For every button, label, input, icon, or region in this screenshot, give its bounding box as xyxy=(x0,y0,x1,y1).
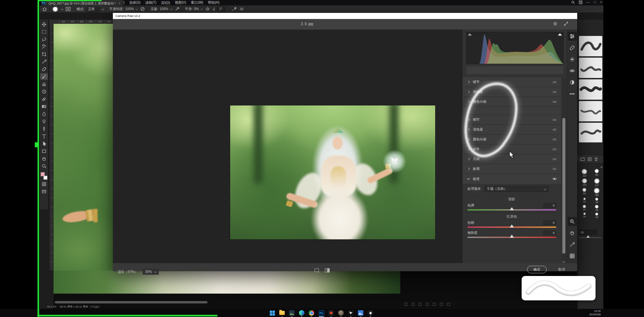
foreground-color-swatch[interactable] xyxy=(41,172,45,176)
clone-stamp-tool[interactable] xyxy=(40,81,48,87)
brush-preset[interactable]: 27 xyxy=(578,205,591,211)
preview-settings-icon[interactable] xyxy=(315,268,319,273)
brush-settings-toggle-icon[interactable] xyxy=(66,7,71,11)
red-eye-tool[interactable] xyxy=(568,66,577,75)
saturation-slider-thumb[interactable] xyxy=(510,235,514,238)
screen-mode-toggle[interactable] xyxy=(40,188,48,195)
smooth-value[interactable]: 0% xyxy=(194,7,199,11)
camera-raw-titlebar[interactable]: Camera Raw 14.2 xyxy=(113,13,577,19)
presets-tool[interactable] xyxy=(568,78,577,87)
edit-tool[interactable] xyxy=(568,32,577,41)
home-icon[interactable] xyxy=(42,7,47,11)
masking-tool[interactable] xyxy=(568,55,577,64)
section-color-grading[interactable]: 颜色分级 xyxy=(463,97,561,107)
section-color-grading[interactable]: 颜色分级 xyxy=(463,135,561,144)
color-swatches[interactable] xyxy=(41,172,47,180)
workspace-icon[interactable] xyxy=(579,1,582,4)
document-tab[interactable]: QHQ_0677.jpg @ 41% (混合画笔 1, 图层蒙版/8) * × xyxy=(46,0,123,7)
brush-stroke-preview[interactable] xyxy=(579,36,602,56)
edge-browser-icon[interactable] xyxy=(298,310,305,316)
brush-preset[interactable]: 183 xyxy=(591,188,603,196)
red-app-icon[interactable] xyxy=(328,310,335,316)
menu-help[interactable]: 帮助(H) xyxy=(208,0,219,5)
eye-icon[interactable] xyxy=(552,138,557,141)
eye-icon[interactable] xyxy=(552,118,557,121)
fit-zoom-label[interactable]: 适应（47%） xyxy=(118,270,138,274)
document-canvas-lower[interactable] xyxy=(54,271,400,294)
brush-stroke-preview[interactable] xyxy=(579,79,602,100)
eye-icon[interactable] xyxy=(552,128,557,131)
close-button[interactable]: × xyxy=(600,0,602,4)
brush-preset[interactable]: 14 xyxy=(578,213,591,218)
zoom-level-select[interactable]: 30% xyxy=(143,269,159,275)
zoom-tool-cr[interactable] xyxy=(568,217,577,226)
photoshop-taskbar-icon[interactable]: Ps xyxy=(318,310,325,316)
menu-filter[interactable]: 滤镜(T) xyxy=(145,0,157,5)
file-explorer-icon[interactable] xyxy=(279,310,285,316)
process-version-select[interactable]: 5 版（当前） xyxy=(484,186,549,192)
brush-preset[interactable]: 59 xyxy=(578,188,591,196)
document-canvas[interactable] xyxy=(54,24,114,271)
new-brush-icon[interactable] xyxy=(588,157,591,161)
delete-brush-icon[interactable] xyxy=(595,157,598,161)
brush-preset[interactable]: 24 xyxy=(591,213,603,218)
start-button[interactable] xyxy=(269,310,276,316)
hue-value[interactable]: 0 xyxy=(543,220,556,225)
taskbar-clock[interactable]: 22:29 2023/3/28 xyxy=(589,310,601,316)
highlight-clipping-icon[interactable] xyxy=(558,33,562,36)
brush-preset[interactable]: 112 xyxy=(578,169,591,177)
eyedropper-tool[interactable] xyxy=(40,58,48,65)
adjustment-layer-icon[interactable] xyxy=(426,303,429,306)
histogram[interactable] xyxy=(466,32,564,64)
gradient-tool[interactable] xyxy=(40,103,48,110)
chrome-browser-icon[interactable] xyxy=(308,310,315,316)
flow-control[interactable]: 流量: 100% xyxy=(150,7,172,12)
hand-tool-cr[interactable] xyxy=(568,229,577,237)
brush-preset[interactable]: 12 xyxy=(578,198,591,203)
layers-panel-footer-icons[interactable] xyxy=(404,303,450,306)
eye-icon[interactable] xyxy=(552,148,557,151)
maximize-button[interactable]: □ xyxy=(594,0,596,4)
eye-icon[interactable] xyxy=(552,177,557,180)
layer-mask-icon[interactable] xyxy=(419,303,422,306)
spot-healing-tool[interactable] xyxy=(40,66,48,72)
shadow-clipping-icon[interactable] xyxy=(468,33,472,36)
saturation-value[interactable]: 0 xyxy=(543,231,556,235)
new-layer-icon[interactable] xyxy=(440,303,443,306)
brush-preset-icon[interactable] xyxy=(53,6,58,12)
hand-tool[interactable] xyxy=(40,155,48,162)
brush-size-slider-thumb[interactable] xyxy=(586,235,590,238)
saturation-slider[interactable] xyxy=(467,237,556,238)
pressure-opacity-icon[interactable] xyxy=(140,7,145,11)
obs-app-icon[interactable] xyxy=(367,310,374,316)
fullscreen-icon[interactable] xyxy=(564,21,568,26)
shape-tool[interactable] xyxy=(40,148,48,154)
brush-preset[interactable]: 60 xyxy=(591,169,603,177)
tint-slider[interactable] xyxy=(467,209,556,211)
more-options-icon[interactable] xyxy=(568,90,577,98)
path-selection-tool[interactable] xyxy=(40,140,48,147)
brush-stroke-preview[interactable] xyxy=(579,58,602,78)
menu-window[interactable]: 窗口(W) xyxy=(191,0,203,5)
brush-angle-control[interactable]: ∠ 1° xyxy=(213,6,226,12)
smoothing-gear-icon[interactable] xyxy=(205,7,210,11)
brush-tool[interactable] xyxy=(40,73,48,80)
brush-preset[interactable]: 100 xyxy=(578,178,591,186)
blend-mode-control[interactable]: 模式: 正常 xyxy=(77,6,104,12)
type-tool[interactable] xyxy=(40,133,48,139)
flow-value[interactable]: 100% xyxy=(160,7,168,11)
brush-size-slider[interactable] xyxy=(579,237,601,238)
white-balance-eyedropper[interactable] xyxy=(568,240,577,249)
opacity-control[interactable]: 不透明度: 100% xyxy=(109,7,138,12)
settings-gear-icon[interactable] xyxy=(553,21,558,26)
section-color-mixer[interactable]: 混色器 xyxy=(463,125,561,135)
round-app-icon[interactable] xyxy=(338,310,344,316)
section-detail[interactable]: 细节 xyxy=(463,77,561,87)
section-detail[interactable]: 细节 xyxy=(463,115,561,125)
delete-layer-icon[interactable] xyxy=(447,303,450,306)
symmetry-icon[interactable] xyxy=(239,7,244,11)
blue-app-icon[interactable] xyxy=(357,310,364,316)
opacity-value[interactable]: 100% xyxy=(125,7,134,11)
scrollbar-down-arrow[interactable] xyxy=(562,260,565,263)
tab-close-icon[interactable]: × xyxy=(119,2,120,5)
